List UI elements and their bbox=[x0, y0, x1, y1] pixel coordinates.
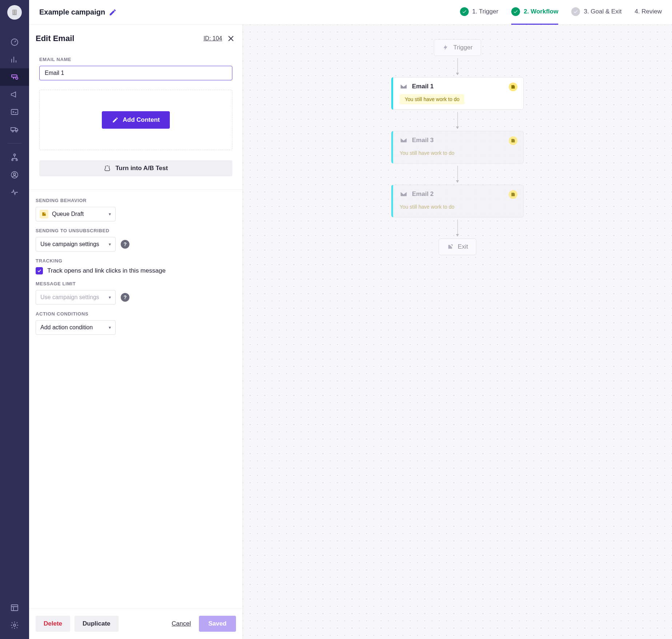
draft-icon bbox=[511, 84, 516, 89]
email-node-2[interactable]: Email 3 You still have work to do bbox=[391, 131, 524, 164]
sidebar bbox=[0, 0, 29, 639]
pencil-icon bbox=[112, 117, 119, 123]
message-limit-help[interactable]: ? bbox=[121, 293, 129, 302]
close-icon bbox=[227, 35, 235, 43]
step-goal-exit[interactable]: 3. Goal & Exit bbox=[571, 0, 621, 25]
envelope-icon bbox=[400, 136, 408, 144]
trigger-label: Trigger bbox=[453, 44, 472, 51]
check-icon bbox=[462, 9, 467, 14]
svg-rect-2 bbox=[15, 11, 16, 11]
panel-footer: Delete Duplicate Cancel Saved bbox=[29, 608, 243, 639]
megaphone-icon bbox=[10, 90, 19, 99]
nav-transactional[interactable] bbox=[0, 103, 29, 121]
message-limit-value: Use campaign settings bbox=[40, 294, 99, 301]
workflow-canvas[interactable]: Trigger Email 1 You still have work to d… bbox=[243, 25, 672, 639]
tracking-checkbox[interactable] bbox=[36, 267, 43, 274]
sending-behavior-label: SENDING BEHAVIOR bbox=[36, 198, 236, 203]
terminal-icon bbox=[10, 108, 19, 116]
workspace-logo[interactable] bbox=[7, 5, 22, 20]
header: Example campaign 1. Trigger 2. Workflow … bbox=[29, 0, 672, 25]
edit-email-panel: Edit Email ID: 104 EMAIL NAME bbox=[29, 25, 243, 639]
nav-campaigns[interactable] bbox=[0, 68, 29, 86]
svg-point-19 bbox=[13, 624, 16, 626]
nav-delivery[interactable] bbox=[0, 121, 29, 138]
exit-label: Exit bbox=[458, 243, 468, 250]
draft-badge bbox=[509, 136, 517, 145]
nav-broadcasts[interactable] bbox=[0, 86, 29, 103]
main: Example campaign 1. Trigger 2. Workflow … bbox=[29, 0, 672, 639]
nav-settings[interactable] bbox=[0, 616, 29, 634]
nav-segments[interactable] bbox=[0, 166, 29, 184]
trigger-node[interactable]: Trigger bbox=[434, 39, 481, 56]
action-conditions-label: ACTION CONDITIONS bbox=[36, 311, 236, 317]
email-node-1[interactable]: Email 1 You still have work to do bbox=[391, 77, 524, 110]
svg-point-14 bbox=[12, 159, 13, 161]
close-panel-button[interactable] bbox=[226, 33, 236, 44]
svg-point-13 bbox=[14, 154, 16, 156]
step-label: 4. Review bbox=[635, 8, 662, 15]
tracking-checkbox-label: Track opens and link clicks in this mess… bbox=[47, 267, 165, 274]
draft-badge bbox=[509, 190, 517, 199]
nav-dashboard[interactable] bbox=[0, 33, 29, 51]
edit-campaign-name-button[interactable] bbox=[109, 8, 117, 16]
step-label: 2. Workflow bbox=[524, 8, 558, 15]
step-trigger[interactable]: 1. Trigger bbox=[460, 0, 499, 25]
connector bbox=[457, 220, 458, 236]
svg-rect-6 bbox=[15, 13, 16, 14]
connector bbox=[457, 112, 458, 129]
truck-icon bbox=[10, 125, 19, 134]
message-limit-select[interactable]: Use campaign settings bbox=[36, 290, 116, 305]
draft-badge bbox=[509, 83, 517, 91]
unsubscribed-select[interactable]: Use campaign settings bbox=[36, 237, 116, 252]
draft-icon bbox=[511, 192, 516, 197]
check-icon bbox=[513, 9, 518, 14]
check-badge bbox=[511, 7, 520, 16]
turn-into-ab-test-button[interactable]: Turn into A/B Test bbox=[39, 160, 232, 176]
nav-activity[interactable] bbox=[0, 184, 29, 201]
target-message-icon bbox=[10, 73, 19, 81]
panel-header: Edit Email ID: 104 bbox=[29, 25, 243, 50]
connector bbox=[457, 58, 458, 75]
work-tag: You still have work to do bbox=[400, 202, 459, 212]
person-circle-icon bbox=[10, 170, 19, 179]
work-tag: You still have work to do bbox=[400, 148, 459, 158]
email-name-label: EMAIL NAME bbox=[39, 57, 232, 62]
ab-test-label: Turn into A/B Test bbox=[115, 165, 168, 172]
exit-node[interactable]: Exit bbox=[439, 238, 476, 255]
saved-button[interactable]: Saved bbox=[199, 616, 236, 632]
add-content-button[interactable]: Add Content bbox=[102, 111, 170, 129]
step-review[interactable]: 4. Review bbox=[635, 0, 662, 25]
email-node-3[interactable]: Email 2 You still have work to do bbox=[391, 185, 524, 217]
panel-title: Edit Email bbox=[36, 34, 74, 43]
cancel-link[interactable]: Cancel bbox=[172, 620, 191, 627]
nav-people[interactable] bbox=[0, 149, 29, 166]
nav-data[interactable] bbox=[0, 599, 29, 616]
svg-point-15 bbox=[16, 159, 17, 161]
sending-behavior-select[interactable]: Queue Draft bbox=[36, 207, 116, 221]
svg-rect-0 bbox=[12, 10, 17, 15]
nav-reports[interactable] bbox=[0, 51, 29, 68]
step-label: 1. Trigger bbox=[472, 8, 499, 15]
svg-rect-3 bbox=[13, 12, 14, 12]
draft-icon bbox=[40, 210, 48, 218]
check-icon bbox=[573, 9, 578, 14]
building-icon bbox=[11, 9, 18, 16]
svg-point-11 bbox=[12, 130, 13, 132]
connector bbox=[457, 166, 458, 182]
delete-button[interactable]: Delete bbox=[36, 616, 70, 632]
action-condition-select[interactable]: Add action condition bbox=[36, 320, 116, 335]
campaign-name: Example campaign bbox=[39, 8, 105, 16]
envelope-icon bbox=[400, 190, 408, 198]
unsubscribed-help[interactable]: ? bbox=[121, 240, 129, 249]
step-workflow[interactable]: 2. Workflow bbox=[511, 0, 558, 25]
unsubscribed-label: SENDING TO UNSUBSCRIBED bbox=[36, 228, 236, 233]
check-badge bbox=[571, 7, 580, 16]
svg-rect-9 bbox=[11, 109, 18, 114]
bar-chart-icon bbox=[10, 55, 19, 64]
duplicate-button[interactable]: Duplicate bbox=[75, 616, 119, 632]
email-name-input[interactable] bbox=[39, 66, 232, 80]
email-node-title: Email 2 bbox=[412, 190, 434, 198]
message-limit-label: MESSAGE LIMIT bbox=[36, 281, 236, 286]
email-id-link[interactable]: ID: 104 bbox=[203, 35, 222, 42]
svg-rect-10 bbox=[11, 128, 15, 130]
